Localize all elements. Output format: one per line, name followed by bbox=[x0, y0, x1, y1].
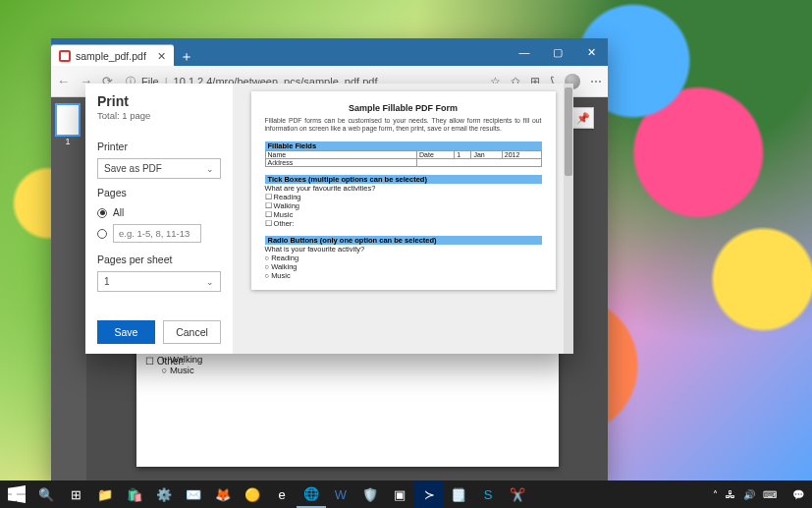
start-button[interactable] bbox=[2, 480, 31, 508]
taskbar[interactable]: 🔍 ⊞ 📁 🛍️ ⚙️ ✉️ 🦊 🟡 е 🌐 W 🛡️ ▣ ≻ 🗒️ S ✂️ … bbox=[0, 480, 812, 508]
pages-label: Pages bbox=[97, 187, 221, 198]
taskbar-app-skype[interactable]: S bbox=[473, 480, 503, 508]
tray-language-icon[interactable]: ⌨ bbox=[763, 489, 777, 500]
print-options-panel: Print Total: 1 page Printer Save as PDF … bbox=[85, 84, 233, 354]
titlebar[interactable]: sample_pdf.pdf ✕ ＋ — ▢ ✕ bbox=[51, 38, 608, 66]
taskbar-app-firefox[interactable]: 🦊 bbox=[208, 480, 238, 508]
taskbar-app-terminal[interactable]: ▣ bbox=[385, 480, 414, 508]
pages-per-sheet-label: Pages per sheet bbox=[97, 254, 221, 265]
taskbar-app-notes[interactable]: 🗒️ bbox=[444, 480, 473, 508]
tray-notifications-icon[interactable]: 💬 bbox=[792, 489, 804, 500]
tray-volume-icon[interactable]: 🔊 bbox=[743, 489, 755, 500]
radio-icon bbox=[97, 208, 107, 218]
page-thumbnail[interactable]: 1 bbox=[55, 103, 81, 137]
radio-music[interactable]: Music bbox=[162, 365, 533, 375]
taskbar-app-mail[interactable]: ✉️ bbox=[179, 480, 208, 508]
new-tab-button[interactable]: ＋ bbox=[174, 48, 199, 66]
tray-overflow-icon[interactable]: ˄ bbox=[713, 489, 718, 500]
taskbar-app-ie[interactable]: е bbox=[267, 480, 297, 508]
taskbar-app-word[interactable]: W bbox=[326, 480, 355, 508]
nav-back-icon[interactable]: ← bbox=[57, 74, 70, 88]
thumbnail-strip[interactable]: 1 bbox=[51, 97, 86, 480]
taskbar-app-powershell[interactable]: ≻ bbox=[414, 480, 444, 508]
window-maximize-button[interactable]: ▢ bbox=[541, 38, 574, 66]
taskbar-app-snip[interactable]: ✂️ bbox=[503, 480, 532, 508]
page-thumbnail-number: 1 bbox=[57, 137, 79, 146]
system-tray[interactable]: ˄ 🖧 🔊 ⌨ 💬 bbox=[713, 489, 810, 500]
taskbar-app-edge[interactable]: 🌐 bbox=[297, 480, 326, 508]
more-menu-icon[interactable]: ⋯ bbox=[590, 75, 602, 88]
print-dialog: Print Total: 1 page Printer Save as PDF … bbox=[85, 84, 573, 354]
tray-network-icon[interactable]: 🖧 bbox=[726, 489, 735, 500]
underlying-checkbox-other[interactable]: Other: bbox=[145, 356, 185, 367]
tab-close-icon[interactable]: ✕ bbox=[157, 50, 166, 62]
print-preview-page: Sample Fillable PDF Form Fillable PDF fo… bbox=[251, 91, 556, 290]
pin-toolbar-button[interactable]: 📌 bbox=[572, 107, 594, 129]
task-view-button[interactable]: ⊞ bbox=[61, 480, 90, 508]
windows-icon bbox=[8, 485, 26, 503]
dialog-title: Print bbox=[97, 93, 221, 109]
print-preview-pane[interactable]: Sample Fillable PDF Form Fillable PDF fo… bbox=[233, 84, 573, 354]
pages-range-input[interactable] bbox=[113, 224, 201, 243]
printer-label: Printer bbox=[97, 141, 221, 152]
cancel-button[interactable]: Cancel bbox=[163, 320, 221, 344]
taskbar-app-explorer[interactable]: 📁 bbox=[90, 480, 120, 508]
browser-tab[interactable]: sample_pdf.pdf ✕ bbox=[51, 44, 174, 66]
preview-scrollbar[interactable] bbox=[564, 84, 573, 354]
printer-select[interactable]: Save as PDF ⌄ bbox=[97, 158, 221, 179]
search-button[interactable]: 🔍 bbox=[31, 480, 61, 508]
window-close-button[interactable]: ✕ bbox=[574, 38, 608, 66]
radio-icon bbox=[97, 229, 107, 239]
pages-per-sheet-select[interactable]: 1 ⌄ bbox=[97, 271, 221, 292]
page-total: Total: 1 page bbox=[97, 110, 221, 121]
taskbar-app-settings[interactable]: ⚙️ bbox=[149, 480, 179, 508]
taskbar-app-chrome[interactable]: 🟡 bbox=[238, 480, 267, 508]
pages-range-radio[interactable] bbox=[97, 224, 221, 243]
tab-title: sample_pdf.pdf bbox=[76, 50, 146, 62]
taskbar-app-security[interactable]: 🛡️ bbox=[355, 480, 385, 508]
taskbar-app-store[interactable]: 🛍️ bbox=[120, 480, 149, 508]
save-button[interactable]: Save bbox=[97, 320, 155, 344]
radio-walking[interactable]: Walking bbox=[162, 354, 533, 365]
window-minimize-button[interactable]: — bbox=[508, 38, 541, 66]
pages-all-radio[interactable]: All bbox=[97, 207, 221, 218]
pdf-favicon-icon bbox=[59, 50, 71, 62]
chevron-down-icon: ⌄ bbox=[206, 164, 214, 174]
chevron-down-icon: ⌄ bbox=[206, 277, 214, 287]
